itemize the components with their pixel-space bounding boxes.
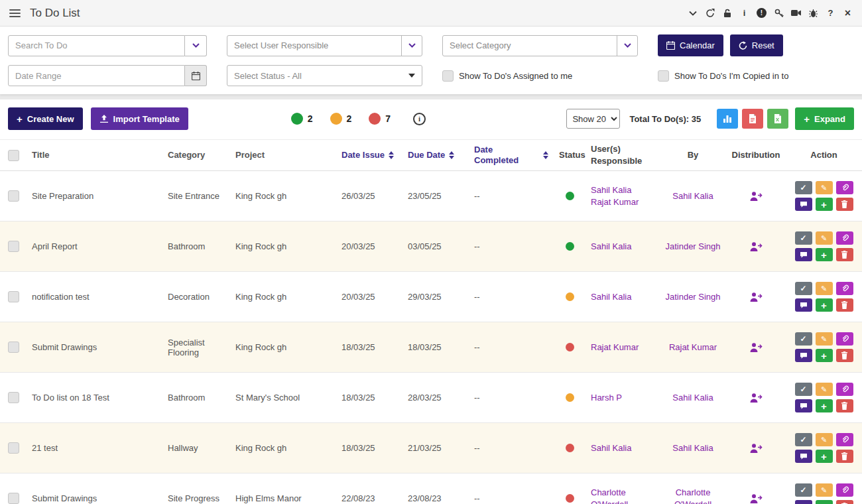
edit-button[interactable]: ✎ [816, 181, 833, 194]
search-dropdown-button[interactable] [185, 35, 207, 56]
delete-button[interactable] [836, 198, 853, 211]
menu-icon[interactable] [9, 9, 21, 17]
date-range-input[interactable] [8, 65, 185, 86]
edit-button[interactable]: ✎ [816, 483, 833, 497]
add-button[interactable]: + [816, 399, 833, 412]
add-button[interactable]: + [816, 500, 833, 504]
row-checkbox[interactable] [8, 392, 19, 403]
category-select[interactable]: Select Category [442, 35, 638, 56]
chart-button[interactable] [717, 109, 738, 129]
close-icon[interactable]: × [843, 8, 853, 19]
refresh-icon[interactable] [705, 8, 715, 19]
edit-button[interactable]: ✎ [816, 231, 833, 245]
attachment-button[interactable] [836, 332, 853, 346]
delete-button[interactable] [836, 298, 853, 312]
bug-icon[interactable] [808, 8, 818, 19]
comment-button[interactable] [795, 500, 812, 504]
calendar-button[interactable]: Calendar [658, 34, 723, 56]
complete-button[interactable]: ✓ [795, 231, 812, 245]
distribution-button[interactable] [749, 443, 763, 454]
delete-button[interactable] [836, 399, 853, 412]
distribution-button[interactable] [749, 342, 763, 353]
import-template-button[interactable]: Import Template [91, 107, 188, 130]
todo-project: King Rock gh [230, 191, 336, 201]
select-all-checkbox[interactable] [8, 150, 19, 161]
reset-button[interactable]: Reset [730, 34, 783, 56]
export-pdf-button[interactable] [742, 109, 763, 129]
copied-in-to-checkbox[interactable]: Show To Do's I'm Copied in to [658, 70, 788, 82]
complete-button[interactable]: ✓ [795, 181, 812, 194]
comment-button[interactable] [795, 399, 812, 412]
complete-button[interactable]: ✓ [795, 282, 812, 295]
add-button[interactable]: + [816, 450, 833, 463]
camera-icon[interactable] [791, 8, 801, 19]
delete-button[interactable] [836, 450, 853, 463]
todo-date-completed: -- [469, 393, 554, 403]
show-count-select[interactable]: Show 20 [566, 109, 620, 129]
alert-circle-icon[interactable]: ! [757, 8, 767, 18]
assigned-to-me-checkbox[interactable]: Show To Do's Assigned to me [442, 70, 638, 82]
row-checkbox[interactable] [8, 442, 19, 454]
complete-button[interactable]: ✓ [795, 332, 812, 346]
edit-button[interactable]: ✎ [816, 383, 833, 396]
add-button[interactable]: + [816, 298, 833, 312]
add-button[interactable]: + [816, 248, 833, 261]
comment-button[interactable] [795, 349, 812, 362]
distribution-button[interactable] [749, 393, 763, 403]
comment-button[interactable] [795, 198, 812, 211]
todo-by: Charlotte O'Wardell [660, 487, 726, 504]
row-checkbox[interactable] [8, 342, 19, 353]
status-info-icon[interactable]: i [413, 113, 426, 125]
header-due-date[interactable]: Due Date [402, 150, 469, 160]
delete-button[interactable] [836, 349, 853, 362]
row-checkbox[interactable] [8, 241, 19, 252]
complete-button[interactable]: ✓ [795, 383, 812, 396]
key-icon[interactable] [774, 8, 784, 19]
add-button[interactable]: + [816, 198, 833, 211]
comment-button[interactable] [795, 450, 812, 463]
row-checkbox[interactable] [8, 190, 19, 202]
header-date-issue[interactable]: Date Issue [336, 150, 402, 160]
edit-button[interactable]: ✎ [816, 433, 833, 446]
add-button[interactable]: + [816, 349, 833, 362]
attachment-button[interactable] [836, 231, 853, 245]
checkbox[interactable] [442, 70, 454, 82]
help-icon[interactable]: ? [826, 8, 835, 19]
row-checkbox[interactable] [8, 291, 19, 302]
attachment-button[interactable] [836, 181, 853, 194]
complete-button[interactable]: ✓ [795, 483, 812, 497]
create-new-button[interactable]: + Create New [8, 107, 83, 130]
lock-icon[interactable] [722, 8, 732, 19]
sort-icon [449, 151, 454, 159]
edit-button[interactable]: ✎ [816, 282, 833, 295]
attachment-button[interactable] [836, 433, 853, 446]
comment-button[interactable] [795, 298, 812, 312]
todo-project: High Elms Manor [230, 493, 336, 503]
attachment-button[interactable] [836, 282, 853, 295]
delete-button[interactable] [836, 500, 853, 504]
todo-date-completed: -- [469, 493, 554, 503]
header-date-completed[interactable]: Date Completed [469, 145, 554, 166]
comment-button[interactable] [795, 248, 812, 261]
todo-title: Submit Drawings [27, 342, 162, 352]
date-range-calendar-button[interactable] [185, 65, 207, 86]
search-input[interactable] [8, 35, 185, 56]
edit-button[interactable]: ✎ [816, 332, 833, 346]
delete-button[interactable] [836, 248, 853, 261]
export-excel-button[interactable] [767, 109, 788, 129]
expand-button[interactable]: + Expand [795, 107, 854, 130]
row-checkbox[interactable] [8, 493, 19, 504]
distribution-button[interactable] [749, 493, 763, 504]
distribution-button[interactable] [749, 241, 763, 252]
user-responsible-select[interactable]: Select User Responsible [227, 35, 422, 56]
todo-title: 21 test [27, 443, 162, 453]
info-icon[interactable]: i [739, 8, 749, 19]
complete-button[interactable]: ✓ [795, 433, 812, 446]
attachment-button[interactable] [836, 383, 853, 396]
attachment-button[interactable] [836, 483, 853, 497]
checkbox[interactable] [658, 70, 669, 82]
status-select[interactable]: Select Status - All [227, 65, 422, 86]
chevron-down-icon[interactable] [688, 8, 698, 19]
distribution-button[interactable] [749, 191, 763, 202]
distribution-button[interactable] [749, 292, 763, 302]
